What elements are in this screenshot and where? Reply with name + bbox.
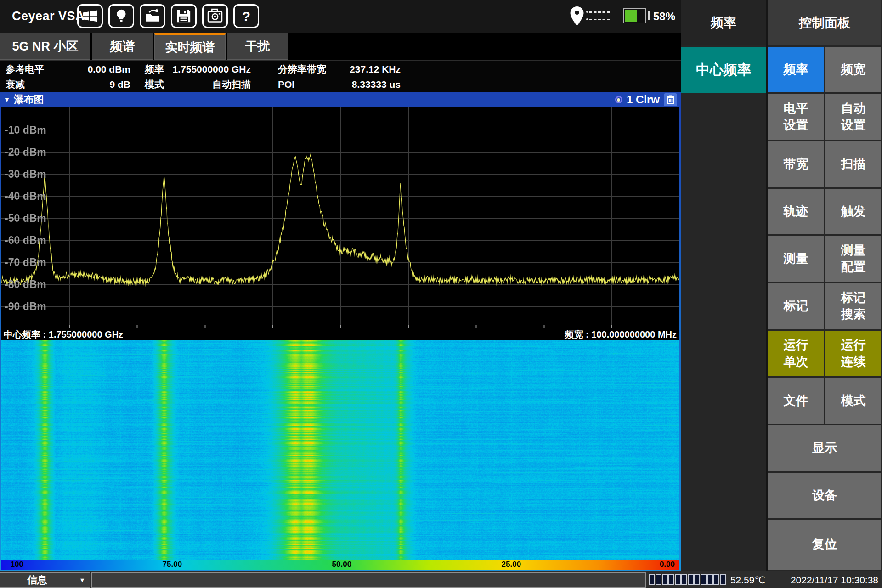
progress-segments <box>649 574 726 585</box>
y-axis-tick: -50 dBm <box>5 212 46 225</box>
bulb-button[interactable] <box>108 4 134 28</box>
windows-icon <box>81 7 99 25</box>
waterfall-window-titlebar[interactable]: ▼ 瀑布图 1 Clrw <box>0 92 681 107</box>
panel-button-9[interactable]: 测量 配置 <box>825 236 881 282</box>
panel-button-17[interactable]: 设备 <box>768 473 881 518</box>
ref-level-value[interactable]: 0.00 dBm <box>46 62 130 77</box>
rbw-value[interactable]: 237.12 KHz <box>312 62 401 77</box>
progress-segment <box>707 574 713 585</box>
progress-segment <box>713 574 719 585</box>
y-axis-tick: -90 dBm <box>5 300 46 313</box>
gps-status-dot <box>586 18 588 20</box>
panel-button-13[interactable]: 运行 连续 <box>825 331 881 376</box>
screenshot-button[interactable] <box>202 4 228 28</box>
panel-button-7[interactable]: 触发 <box>825 189 881 234</box>
panel-button-11[interactable]: 标记 搜索 <box>825 283 881 329</box>
colorbar-tick: -25.00 <box>499 560 521 570</box>
center-frequency-button[interactable]: 中心频率 <box>681 47 766 93</box>
info-dropdown[interactable]: 信息 ▾ <box>0 572 90 588</box>
panel-button-5[interactable]: 扫描 <box>825 141 881 187</box>
spectrogram[interactable] <box>1 340 679 560</box>
panel-button-8[interactable]: 测量 <box>768 236 824 282</box>
frequency-value[interactable]: 1.755000000 GHz <box>159 62 251 77</box>
info-dropdown-label: 信息 <box>27 573 47 587</box>
progress-segment <box>681 574 687 585</box>
center-frequency-readout: 中心频率 : 1.755000000 GHz <box>4 328 123 341</box>
y-axis-tick: -30 dBm <box>5 168 46 181</box>
help-icon: ? <box>237 7 255 25</box>
battery-fill <box>625 10 637 22</box>
tab-2[interactable]: 实时频谱 <box>154 33 226 60</box>
window-title: 瀑布图 <box>14 93 44 107</box>
mode-value[interactable]: 自动扫描 <box>159 77 251 92</box>
ref-level-label: 参考电平 <box>6 62 44 77</box>
progress-segment <box>675 574 681 585</box>
svg-text:?: ? <box>242 9 250 24</box>
temperature-readout: 52.59℃ <box>725 571 771 588</box>
y-axis-tick: -40 dBm <box>5 190 46 203</box>
spectrum-plot[interactable] <box>1 107 679 328</box>
screenshot-icon <box>206 7 224 25</box>
trace-label[interactable]: 1 Clrw <box>627 93 660 106</box>
panel-button-16[interactable]: 显示 <box>768 425 881 471</box>
vsa-screen: Ceyear VSA ? 58% 5G NR 小区频谱实时频谱干扰 X + 参考… <box>0 0 882 588</box>
window-border-left <box>0 107 1 571</box>
y-axis-tick: -20 dBm <box>5 146 46 158</box>
panel-button-1[interactable]: 频宽 <box>825 47 881 92</box>
parameter-readout: 参考电平 0.00 dBm 频率 1.755000000 GHz 分辨率带宽 2… <box>0 60 681 92</box>
gps-status-dashes <box>589 11 610 13</box>
y-axis-tick: -80 dBm <box>5 278 46 291</box>
collapse-icon[interactable]: ▼ <box>4 96 10 103</box>
panel-button-3[interactable]: 自动 设置 <box>825 94 881 140</box>
help-button[interactable]: ? <box>233 4 259 28</box>
colorbar-tick: -50.00 <box>329 560 351 570</box>
progress-segment <box>701 574 707 585</box>
y-axis-tick: -60 dBm <box>5 234 46 247</box>
panel-button-4[interactable]: 带宽 <box>768 141 824 187</box>
progress-segment <box>662 574 668 585</box>
windows-button[interactable] <box>77 4 103 28</box>
colorbar-tick: -75.00 <box>160 560 182 570</box>
open-button[interactable] <box>140 4 165 28</box>
trash-icon[interactable] <box>664 93 677 106</box>
panel-button-15[interactable]: 模式 <box>825 378 881 424</box>
battery-nub <box>648 11 650 20</box>
poi-label: POI <box>278 77 294 92</box>
top-bar: Ceyear VSA ? 58% <box>0 0 681 33</box>
save-button[interactable] <box>171 4 197 28</box>
datetime-readout: 2022/11/17 10:30:38 <box>791 571 878 588</box>
battery-percent: 58% <box>653 0 675 33</box>
progress-segment <box>694 574 700 585</box>
progress-segment <box>649 574 655 585</box>
panel-button-0[interactable]: 频率 <box>768 47 824 92</box>
colorbar-tick: 0.00 <box>660 560 675 570</box>
colorbar-tick: -100 <box>8 560 23 570</box>
panel-button-14[interactable]: 文件 <box>768 378 824 424</box>
menu-header: 频率 <box>681 0 766 45</box>
tab-1[interactable]: 频谱 <box>92 33 153 60</box>
trace-radio-icon[interactable] <box>615 96 622 103</box>
status-bar: 信息 ▾ 52.59℃ 2022/11/17 10:30:38 <box>0 571 882 588</box>
message-area <box>91 572 646 588</box>
panel-button-10[interactable]: 标记 <box>768 283 824 329</box>
panel-button-18[interactable]: 复位 <box>768 520 881 570</box>
y-axis-tick: -10 dBm <box>5 124 46 136</box>
panel-button-12[interactable]: 运行 单次 <box>768 331 824 376</box>
poi-value[interactable]: 8.33333 us <box>312 77 401 92</box>
battery-icon <box>623 8 646 23</box>
attenuation-value[interactable]: 9 dB <box>46 77 130 92</box>
gps-status-dashes <box>589 19 610 20</box>
panel-button-2[interactable]: 电平 设置 <box>768 94 824 140</box>
attenuation-label: 衰减 <box>6 77 25 92</box>
tab-0[interactable]: 5G NR 小区 <box>0 33 90 60</box>
tab-bar: 5G NR 小区频谱实时频谱干扰 X + <box>0 33 681 60</box>
location-pin-icon <box>570 6 584 26</box>
chevron-down-icon: ▾ <box>80 576 84 584</box>
progress-segment <box>688 574 694 585</box>
progress-segment <box>668 574 674 585</box>
bulb-icon <box>112 7 130 25</box>
panel-button-6[interactable]: 轨迹 <box>768 189 824 234</box>
save-icon <box>175 7 193 25</box>
gps-status-dot <box>586 11 588 13</box>
tab-3[interactable]: 干扰 <box>227 33 288 60</box>
